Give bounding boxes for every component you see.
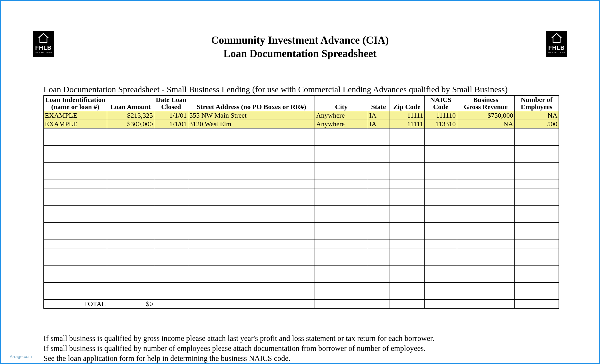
footnote-1: If small business is qualified by gross … <box>43 333 434 343</box>
cell: EXAMPLE <box>44 111 107 120</box>
cell <box>154 240 188 248</box>
table-row <box>44 283 559 291</box>
cell: TOTAL <box>44 300 107 308</box>
cell <box>188 291 315 300</box>
footnotes: If small business is qualified by gross … <box>43 333 434 363</box>
cell <box>107 274 154 283</box>
cell <box>389 223 425 231</box>
cell <box>44 266 107 274</box>
cell <box>368 154 389 163</box>
cell <box>107 163 154 171</box>
table-row <box>44 240 559 248</box>
spreadsheet-table: Loan Indentification(name or loan #) Loa… <box>43 95 559 309</box>
cell <box>154 266 188 274</box>
cell <box>368 257 389 266</box>
cell <box>368 206 389 214</box>
cell <box>368 223 389 231</box>
cell: 11111 <box>389 111 425 120</box>
cell <box>154 128 188 137</box>
table-row <box>44 214 559 223</box>
cell <box>515 214 559 223</box>
table-row <box>44 197 559 206</box>
cell <box>425 274 457 283</box>
cell <box>515 240 559 248</box>
cell <box>154 223 188 231</box>
cell <box>389 266 425 274</box>
cell <box>44 171 107 180</box>
cell <box>188 188 315 197</box>
cell <box>107 154 154 163</box>
cell <box>425 223 457 231</box>
cell <box>188 163 315 171</box>
cell <box>107 146 154 154</box>
cell <box>368 283 389 291</box>
cell <box>44 223 107 231</box>
footnote-3: See the loan application form for help i… <box>43 353 434 363</box>
cell <box>188 240 315 248</box>
cell <box>315 283 368 291</box>
cell <box>515 197 559 206</box>
content: Loan Documentation Spreadsheet - Small B… <box>43 85 559 309</box>
cell: 11111 <box>389 120 425 128</box>
cell <box>315 291 368 300</box>
cell <box>515 171 559 180</box>
cell <box>44 240 107 248</box>
cell <box>515 146 559 154</box>
cell <box>425 163 457 171</box>
cell <box>515 154 559 163</box>
cell <box>425 248 457 257</box>
cell <box>515 291 559 300</box>
cell <box>44 197 107 206</box>
cell <box>515 257 559 266</box>
page: FHLB DES MOINES FHLB DES MOINES Communit… <box>0 0 600 364</box>
cell <box>515 300 559 308</box>
table-row <box>44 154 559 163</box>
cell <box>188 206 315 214</box>
page-title-1: Community Investment Advance (CIA) <box>1 34 599 46</box>
cell: 555 NW Main Street <box>188 111 315 120</box>
cell <box>315 248 368 257</box>
col-zip: Zip Code <box>389 96 425 111</box>
cell <box>154 274 188 283</box>
cell <box>44 163 107 171</box>
table-row <box>44 180 559 188</box>
cell <box>425 197 457 206</box>
cell <box>515 180 559 188</box>
col-loan-amount: Loan Amount <box>107 96 154 111</box>
cell: 111110 <box>425 111 457 120</box>
cell <box>457 137 514 146</box>
cell <box>368 300 389 308</box>
cell <box>44 291 107 300</box>
cell <box>368 163 389 171</box>
cell: 3120 West Elm <box>188 120 315 128</box>
cell <box>389 180 425 188</box>
cell <box>315 231 368 240</box>
cell <box>389 146 425 154</box>
cell <box>457 223 514 231</box>
cell <box>457 300 514 308</box>
cell <box>44 137 107 146</box>
cell <box>315 300 368 308</box>
cell <box>425 240 457 248</box>
cell <box>389 163 425 171</box>
cell <box>154 180 188 188</box>
cell <box>425 206 457 214</box>
cell <box>368 231 389 240</box>
cell <box>188 248 315 257</box>
cell <box>457 128 514 137</box>
col-employees: Number ofEmployees <box>515 96 559 111</box>
cell <box>515 248 559 257</box>
cell: 500 <box>515 120 559 128</box>
cell <box>44 180 107 188</box>
cell <box>188 223 315 231</box>
cell <box>107 266 154 274</box>
cell: $213,325 <box>107 111 154 120</box>
cell <box>368 128 389 137</box>
cell <box>154 171 188 180</box>
cell <box>368 291 389 300</box>
cell <box>368 197 389 206</box>
cell <box>515 128 559 137</box>
table-row <box>44 274 559 283</box>
col-city: City <box>315 96 368 111</box>
cell <box>315 180 368 188</box>
